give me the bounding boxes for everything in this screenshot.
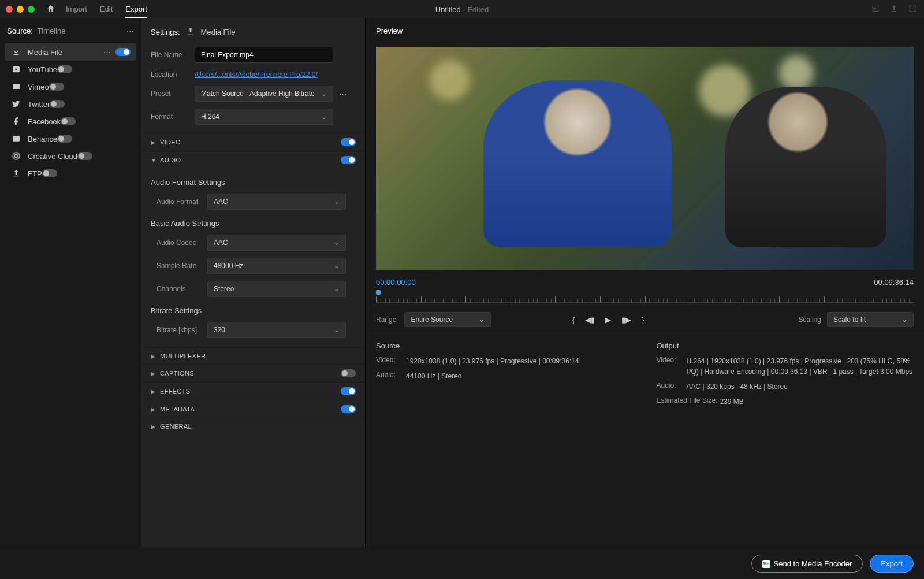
section-audio[interactable]: ▼ AUDIO [141, 151, 365, 169]
destination-toggle[interactable] [116, 48, 131, 56]
section-captions[interactable]: ▶CAPTIONS [141, 364, 365, 382]
filename-input[interactable] [195, 47, 333, 63]
share-icon[interactable] [889, 4, 899, 15]
play-icon[interactable]: ▶ [605, 316, 611, 324]
chevron-down-icon: ⌄ [321, 90, 327, 98]
settings-label: Settings: [151, 28, 180, 36]
close-window[interactable] [6, 6, 13, 13]
section-general[interactable]: ▶GENERAL [141, 418, 365, 435]
captions-toggle[interactable] [341, 369, 356, 377]
minimize-window[interactable] [17, 6, 24, 13]
format-dropdown[interactable]: H.264⌄ [195, 109, 333, 125]
destination-toggle[interactable] [57, 65, 72, 73]
cc-icon [10, 151, 22, 161]
playhead[interactable] [376, 290, 381, 295]
bitrate-dropdown[interactable]: 320⌄ [207, 322, 346, 338]
step-back-icon[interactable]: ◀▮ [585, 316, 595, 324]
timeline-ruler[interactable] [376, 292, 914, 303]
output-audio-info: AAC | 320 kbps | 48 kHz | Stereo [687, 381, 914, 392]
mark-in-icon[interactable]: { [572, 316, 575, 324]
destination-media-file[interactable]: Media File⋯ [5, 43, 136, 61]
source-value[interactable]: Timeline [38, 27, 66, 35]
timecode-out[interactable]: 00:09:36:14 [874, 278, 914, 287]
mark-out-icon[interactable]: } [642, 316, 644, 324]
chevron-down-icon: ▼ [151, 157, 160, 164]
fullscreen-icon[interactable] [908, 4, 917, 15]
preview-video[interactable] [376, 47, 914, 270]
destination-behance[interactable]: Behance [5, 130, 136, 147]
destination-toggle[interactable] [77, 152, 92, 160]
destination-toggle[interactable] [50, 100, 65, 108]
nav-tab-export[interactable]: Export [125, 1, 147, 18]
home-icon[interactable] [46, 4, 55, 15]
section-metadata[interactable]: ▶METADATA [141, 400, 365, 418]
preset-dropdown[interactable]: Match Source - Adaptive High Bitrate⌄ [195, 86, 333, 102]
svg-point-2 [14, 154, 17, 157]
destination-label: YouTube [28, 65, 57, 74]
destination-facebook[interactable]: Facebook [5, 113, 136, 130]
range-label: Range [376, 316, 396, 324]
scaling-dropdown[interactable]: Scale to fit⌄ [827, 312, 914, 327]
export-button[interactable]: Export [870, 555, 914, 573]
destination-creative-cloud[interactable]: Creative Cloud [5, 147, 136, 165]
footer: MeSend to Media Encoder Export [0, 548, 924, 579]
destination-toggle[interactable] [49, 83, 64, 91]
section-multiplexer[interactable]: ▶MULTIPLEXER [141, 347, 365, 364]
audio-codec-dropdown[interactable]: AAC⌄ [207, 235, 346, 251]
audio-toggle[interactable] [341, 156, 356, 164]
chevron-down-icon: ⌄ [334, 198, 340, 206]
preview-header: Preview [366, 18, 924, 41]
channels-dropdown[interactable]: Stereo⌄ [207, 281, 346, 297]
maximize-window[interactable] [28, 6, 35, 13]
range-dropdown[interactable]: Entire Source⌄ [404, 312, 491, 327]
destination-twitter[interactable]: Twitter [5, 95, 136, 113]
timecode-in[interactable]: 00:00:00:00 [376, 278, 416, 287]
destination-toggle[interactable] [61, 117, 76, 125]
source-audio-info: 44100 Hz | Stereo [406, 371, 634, 381]
send-to-media-encoder-button[interactable]: MeSend to Media Encoder [751, 555, 863, 573]
section-effects[interactable]: ▶EFFECTS [141, 382, 365, 400]
sample-rate-dropdown[interactable]: 48000 Hz⌄ [207, 258, 346, 274]
channels-label: Channels [157, 285, 207, 293]
destination-label: Twitter [28, 100, 50, 109]
preset-more-icon[interactable]: ⋯ [339, 90, 346, 98]
download-icon [10, 47, 22, 57]
nav-tab-edit[interactable]: Edit [100, 1, 113, 18]
svg-point-1 [13, 153, 20, 159]
vimeo-icon [10, 82, 22, 91]
filename-label: File Name [151, 51, 195, 59]
estimated-size: 239 MB [720, 396, 914, 407]
video-toggle[interactable] [341, 138, 356, 146]
destination-label: Media File [28, 48, 62, 57]
ftp-icon [10, 169, 22, 178]
destination-youtube[interactable]: YouTube [5, 61, 136, 78]
step-forward-icon[interactable]: ▮▶ [621, 316, 631, 324]
chevron-right-icon: ▶ [151, 388, 160, 395]
output-video-info: H.264 | 1920x1038 (1.0) | 23.976 fps | P… [687, 356, 914, 377]
bitrate-label: Bitrate [kbps] [157, 326, 207, 334]
quick-export-icon[interactable] [871, 4, 880, 15]
destination-toggle[interactable] [57, 135, 72, 143]
svg-rect-0 [13, 136, 20, 141]
location-link[interactable]: /Users/...ents/Adobe/Premiere Pro/22.0/ [195, 70, 318, 79]
destination-ftp[interactable]: FTP [5, 165, 136, 182]
destination-vimeo[interactable]: Vimeo [5, 78, 136, 95]
destination-label: Vimeo [28, 83, 49, 91]
destination-more-icon[interactable]: ⋯ [103, 48, 111, 57]
section-video[interactable]: ▶ VIDEO [141, 133, 365, 151]
nav-tab-import[interactable]: Import [66, 1, 87, 18]
settings-crumb: Media File [201, 28, 236, 36]
metadata-toggle[interactable] [341, 405, 356, 413]
effects-toggle[interactable] [341, 387, 356, 395]
source-label: Source: [7, 27, 33, 35]
sample-rate-label: Sample Rate [157, 262, 207, 270]
chevron-down-icon: ⌄ [901, 316, 907, 324]
youtube-icon [10, 65, 22, 74]
twitter-icon [10, 99, 22, 109]
audio-codec-label: Audio Codec [157, 239, 207, 247]
chevron-right-icon: ▶ [151, 370, 160, 377]
audio-format-dropdown[interactable]: AAC⌄ [207, 194, 346, 210]
destination-toggle[interactable] [42, 169, 57, 177]
chevron-down-icon: ⌄ [334, 326, 340, 334]
source-more-icon[interactable]: ⋯ [126, 27, 134, 35]
